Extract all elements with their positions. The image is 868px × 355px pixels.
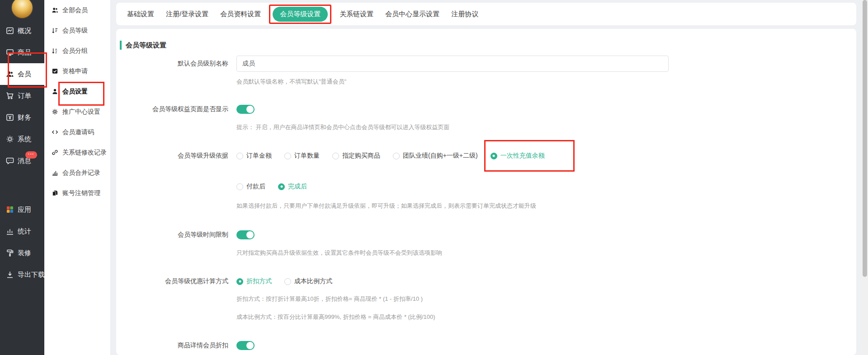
submenu-item-label: 全部会员	[62, 6, 88, 14]
sidebar-item-overview[interactable]: 概况	[0, 20, 44, 42]
sidebar-item-export[interactable]: 导出下载	[0, 264, 44, 285]
sidebar-item-label: 财务	[18, 113, 31, 122]
merge-record-icon	[52, 169, 58, 176]
submenu-item-promotion-settings[interactable]: 推广中心设置	[44, 102, 110, 122]
export-download-icon	[6, 271, 14, 279]
radio-icon	[236, 278, 243, 285]
tab-register-login-settings[interactable]: 注册/登录设置	[166, 10, 208, 19]
radio-icon	[332, 153, 339, 159]
field-label: 商品详情会员折扣	[120, 341, 228, 350]
submenu-item-label: 账号注销管理	[62, 189, 100, 197]
main-content: 基础设置 注册/登录设置 会员资料设置 会员等级设置 关系链设置 会员中心显示设…	[111, 0, 862, 355]
help-text: 提示： 开启，用户在商品详情页和会员中心点击会员等级都可以进入等级权益页面	[236, 124, 843, 131]
field-label: 会员等级优惠计算方式	[120, 277, 228, 285]
submenu-item-label: 推广中心设置	[62, 108, 100, 116]
member-level-settings-panel: 会员等级设置 默认会员级别名称 会员默认等级名称，不填写默认"普通会员" 会员等…	[116, 29, 856, 355]
tab-basic-settings[interactable]: 基础设置	[127, 10, 154, 19]
field-label: 会员等级时间限制	[120, 231, 228, 239]
submenu-item-label: 会员等级	[62, 27, 88, 35]
sidebar-item-label: 装修	[18, 249, 31, 257]
submenu-item-label: 会员合并记录	[62, 169, 100, 177]
submenu-item-label: 会员分组	[62, 47, 88, 55]
tab-member-level-settings[interactable]: 会员等级设置	[273, 7, 328, 22]
submenu-item-merge-records[interactable]: 会员合并记录	[44, 163, 110, 183]
tab-member-center-display-settings[interactable]: 会员中心显示设置	[385, 10, 439, 19]
promotion-gear-icon	[52, 108, 58, 115]
radio-icon	[236, 153, 243, 159]
submenu-item-qualification[interactable]: 资格申请	[44, 61, 110, 81]
sidebar-item-label: 商品	[18, 48, 31, 57]
order-cart-icon	[6, 92, 14, 100]
tab-registration-agreement[interactable]: 注册协议	[451, 10, 478, 19]
scrollbar-thumb[interactable]	[863, 0, 867, 277]
field-upgrade-timing: 付款后 完成后	[120, 182, 843, 191]
radio-icon	[236, 183, 243, 190]
rights-page-toggle[interactable]	[236, 105, 255, 114]
detail-discount-toggle[interactable]	[236, 341, 255, 350]
field-rights-page-display: 会员等级权益页面是否显示	[120, 105, 843, 114]
radio-team-performance[interactable]: 团队业绩(自购+一级+二级)	[393, 152, 478, 160]
default-level-name-input[interactable]	[236, 56, 669, 72]
submenu-item-relation-records[interactable]: 关系链修改记录	[44, 142, 110, 163]
relation-link-icon	[52, 149, 58, 156]
radio-order-amount[interactable]: 订单金额	[236, 152, 272, 160]
radio-discount-mode[interactable]: 折扣方式	[236, 277, 272, 285]
radio-specified-goods[interactable]: 指定购买商品	[332, 152, 380, 160]
sidebar-item-finance[interactable]: 财务	[0, 107, 44, 128]
time-limit-toggle[interactable]	[236, 230, 255, 239]
submenu-item-invite-code[interactable]: 会员邀请码	[44, 122, 110, 142]
help-text: 成本比例方式：按百分比计算最高999%, 折扣价格 = 商品成本价 * (比例/…	[236, 313, 843, 320]
field-discount-mode: 会员等级优惠计算方式 折扣方式 成本比例方式	[120, 277, 843, 285]
finance-icon	[6, 113, 14, 121]
radio-icon	[393, 153, 400, 159]
radio-icon	[491, 153, 497, 159]
sidebar-item-goods[interactable]: 商品	[0, 42, 44, 63]
sidebar-item-label: 概况	[18, 27, 31, 35]
sidebar-spacer	[0, 172, 44, 199]
qualification-check-icon	[52, 68, 58, 75]
account-cancel-icon	[52, 190, 58, 196]
sidebar-item-label: 统计	[18, 227, 31, 236]
tab-label: 会员等级设置	[280, 10, 321, 18]
sidebar-item-decorate[interactable]: 装修	[0, 242, 44, 264]
section-title: 会员等级设置	[120, 41, 843, 50]
radio-icon	[278, 183, 285, 190]
submenu-item-label: 资格申请	[62, 67, 88, 75]
message-icon	[6, 157, 14, 165]
sidebar-item-statistics[interactable]: 统计	[0, 220, 44, 242]
submenu-item-label: 会员设置	[62, 88, 88, 96]
submenu-item-member-settings[interactable]: 会员设置	[44, 81, 110, 102]
radio-after-payment[interactable]: 付款后	[236, 182, 265, 191]
svg-text:Z: Z	[55, 51, 57, 54]
system-gear-icon	[6, 135, 14, 143]
message-badge: ···	[25, 151, 37, 159]
field-label: 会员等级权益页面是否显示	[120, 105, 228, 113]
page-scrollbar[interactable]	[862, 0, 868, 355]
radio-order-quantity[interactable]: 订单数量	[284, 152, 320, 160]
level-sort-icon	[52, 27, 58, 34]
submenu-item-member-group[interactable]: AZ 会员分组	[44, 41, 110, 61]
sidebar-item-orders[interactable]: 订单	[0, 85, 44, 107]
field-label: 默认会员级别名称	[120, 60, 228, 68]
tab-member-profile-settings[interactable]: 会员资料设置	[220, 10, 261, 19]
group-sort-icon: AZ	[52, 47, 58, 54]
submenu-item-member-level[interactable]: 会员等级	[44, 20, 110, 41]
submenu-item-account-cancellation[interactable]: 账号注销管理	[44, 183, 110, 203]
decorate-icon	[6, 249, 14, 257]
submenu-item-all-members[interactable]: 全部会员	[44, 0, 110, 20]
submenu-item-label: 关系链修改记录	[62, 149, 107, 157]
goods-icon	[6, 48, 14, 56]
users-icon	[52, 7, 58, 14]
radio-one-time-recharge[interactable]: 一次性充值余额	[491, 152, 545, 160]
sidebar-item-member[interactable]: 会员	[0, 63, 44, 85]
tab-relation-chain-settings[interactable]: 关系链设置	[340, 10, 373, 19]
submenu-item-label: 会员邀请码	[62, 128, 94, 136]
sidebar-item-apps[interactable]: 应用	[0, 199, 44, 220]
radio-cost-ratio-mode[interactable]: 成本比例方式	[284, 277, 332, 285]
radio-after-completion[interactable]: 完成后	[278, 182, 307, 191]
field-label: 会员等级升级依据	[120, 152, 228, 160]
invite-code-icon	[52, 129, 58, 135]
sidebar-item-system[interactable]: 系统	[0, 128, 44, 150]
sidebar-item-messages[interactable]: 消息 ···	[0, 150, 44, 172]
avatar[interactable]	[11, 0, 33, 19]
